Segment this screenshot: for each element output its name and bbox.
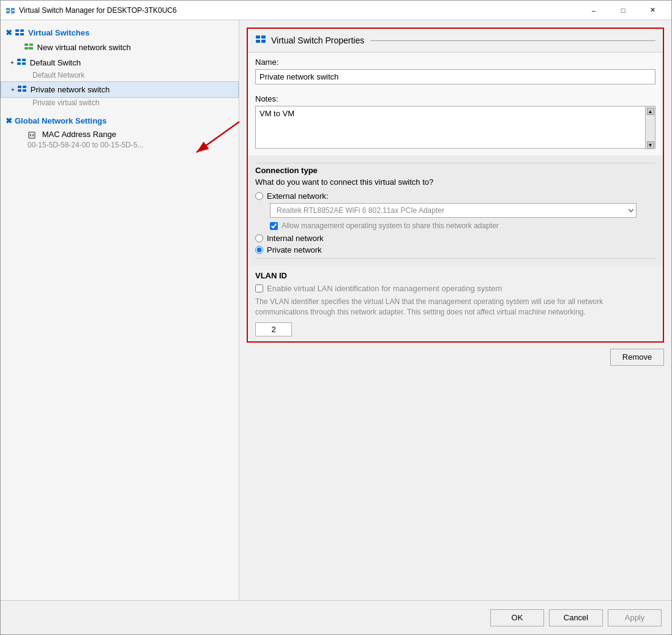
default-switch-sub: Default Network bbox=[1, 70, 239, 81]
main-content: ✖ Virtual Switches bbox=[1, 20, 671, 600]
global-network-settings-header[interactable]: ✖ Global Network Settings bbox=[1, 114, 239, 128]
svg-rect-8 bbox=[20, 29, 24, 32]
connection-type-section: Connection type What do you want to conn… bbox=[248, 155, 663, 266]
properties-title: Virtual Switch Properties bbox=[271, 35, 364, 45]
svg-text:+: + bbox=[28, 45, 31, 51]
management-os-label: Allow management operating system to sha… bbox=[282, 221, 499, 230]
apply-button[interactable]: Apply bbox=[608, 609, 662, 626]
management-os-checkbox[interactable] bbox=[270, 222, 278, 230]
virtual-switches-header[interactable]: ✖ Virtual Switches bbox=[1, 25, 239, 40]
close-button[interactable]: ✕ bbox=[638, 1, 666, 20]
svg-rect-31 bbox=[256, 40, 260, 43]
svg-rect-32 bbox=[261, 40, 266, 43]
window-title: Virtual Switch Manager for DESKTOP-3TK0U… bbox=[19, 6, 580, 15]
svg-rect-10 bbox=[20, 33, 24, 35]
main-window: Virtual Switch Manager for DESKTOP-3TK0U… bbox=[0, 0, 672, 635]
virtual-switches-icon bbox=[15, 28, 24, 37]
sidebar-item-label: Default Switch bbox=[30, 58, 81, 67]
mac-address-icon bbox=[28, 130, 39, 139]
sidebar-item-label: New virtual network switch bbox=[37, 43, 131, 52]
vlan-enable-label: Enable virtual LAN identification for ma… bbox=[267, 284, 502, 293]
expand-icon-private: + bbox=[11, 86, 15, 93]
maximize-button[interactable]: □ bbox=[609, 1, 637, 20]
remove-button[interactable]: Remove bbox=[610, 349, 664, 366]
ok-button[interactable]: OK bbox=[490, 609, 544, 626]
svg-point-5 bbox=[7, 10, 9, 11]
cancel-button[interactable]: Cancel bbox=[549, 609, 603, 626]
connection-type-question: What do you want to connect this virtual… bbox=[255, 177, 655, 187]
svg-rect-9 bbox=[15, 33, 19, 35]
notes-wrapper: ▲ ▼ bbox=[255, 106, 655, 150]
vlan-id-input[interactable] bbox=[255, 322, 292, 336]
svg-rect-21 bbox=[23, 86, 26, 88]
connection-type-title: Connection type bbox=[255, 166, 655, 175]
svg-rect-26 bbox=[29, 132, 35, 138]
header-divider bbox=[370, 40, 655, 41]
vlan-enable-row: Enable virtual LAN identification for ma… bbox=[255, 284, 655, 293]
external-network-label: External network: bbox=[267, 191, 328, 201]
sidebar-item-label: Private network switch bbox=[31, 85, 110, 94]
vlan-input-row bbox=[255, 322, 655, 336]
notes-section: Notes: ▲ ▼ bbox=[248, 89, 663, 155]
mac-address-value: 00-15-5D-58-24-00 to 00-15-5D-5... bbox=[1, 140, 239, 151]
virtual-switches-label: Virtual Switches bbox=[28, 28, 89, 37]
internal-network-radio[interactable] bbox=[255, 234, 263, 242]
svg-point-6 bbox=[12, 10, 13, 11]
svg-rect-17 bbox=[22, 59, 26, 61]
name-input[interactable] bbox=[255, 69, 655, 84]
management-os-row: Allow management operating system to sha… bbox=[270, 221, 655, 230]
private-network-row: Private network bbox=[255, 245, 655, 254]
vlan-title: VLAN ID bbox=[255, 271, 655, 280]
left-panel: ✖ Virtual Switches bbox=[1, 20, 239, 600]
default-switch-icon bbox=[17, 57, 26, 69]
sidebar-item-new-virtual[interactable]: + New virtual network switch bbox=[1, 40, 239, 55]
svg-rect-3 bbox=[11, 11, 15, 13]
window-controls: – □ ✕ bbox=[580, 1, 666, 20]
right-panel: Virtual Switch Properties Name: Notes: ▲ bbox=[239, 20, 671, 600]
svg-rect-2 bbox=[6, 11, 10, 13]
private-network-label: Private network bbox=[267, 245, 322, 254]
svg-rect-22 bbox=[18, 89, 21, 92]
new-virtual-icon: + bbox=[24, 42, 34, 53]
internal-network-label: Internal network bbox=[267, 234, 324, 243]
private-network-radio[interactable] bbox=[255, 246, 263, 254]
mac-address-label: MAC Address Range bbox=[42, 130, 116, 139]
vlan-section: VLAN ID Enable virtual LAN identificatio… bbox=[248, 266, 663, 341]
properties-box: Virtual Switch Properties Name: Notes: ▲ bbox=[247, 28, 664, 343]
sidebar-item-mac-address[interactable]: MAC Address Range bbox=[1, 128, 239, 140]
notes-scrollbar[interactable]: ▲ ▼ bbox=[645, 106, 655, 150]
scroll-down-arrow[interactable]: ▼ bbox=[647, 141, 654, 149]
svg-rect-28 bbox=[32, 134, 34, 136]
network-adapter-select[interactable]: Realtek RTL8852AE WiFi 6 802.11ax PCIe A… bbox=[270, 203, 637, 218]
sidebar-item-private-network-switch[interactable]: + Private network switch bbox=[1, 81, 239, 98]
global-network-settings-label: Global Network Settings bbox=[15, 116, 106, 125]
svg-rect-16 bbox=[17, 59, 21, 61]
notes-textarea[interactable] bbox=[255, 106, 655, 149]
svg-rect-20 bbox=[18, 86, 21, 88]
external-network-row: External network: bbox=[255, 191, 655, 201]
virtual-switches-collapse-icon: ✖ bbox=[6, 28, 12, 37]
section-divider-bottom bbox=[255, 258, 655, 259]
expand-spacer bbox=[18, 44, 21, 51]
vlan-description: The VLAN identifier specifies the virtua… bbox=[255, 297, 655, 318]
section-divider bbox=[255, 163, 655, 163]
svg-rect-29 bbox=[256, 35, 260, 39]
private-switch-sub: Private virtual switch bbox=[1, 98, 239, 109]
svg-rect-18 bbox=[17, 62, 21, 65]
remove-button-row: Remove bbox=[247, 349, 664, 366]
svg-rect-27 bbox=[30, 134, 31, 136]
internal-network-row: Internal network bbox=[255, 234, 655, 243]
expand-icon-default: + bbox=[10, 59, 14, 66]
notes-label: Notes: bbox=[255, 94, 655, 103]
svg-rect-30 bbox=[261, 35, 266, 39]
svg-rect-23 bbox=[23, 89, 26, 92]
title-bar: Virtual Switch Manager for DESKTOP-3TK0U… bbox=[1, 1, 671, 20]
sidebar-item-default-switch[interactable]: + Default Switch bbox=[1, 55, 239, 70]
private-switch-icon bbox=[17, 84, 27, 95]
name-section: Name: bbox=[248, 53, 663, 89]
scroll-up-arrow[interactable]: ▲ bbox=[647, 108, 654, 115]
vlan-enable-checkbox[interactable] bbox=[255, 284, 263, 292]
minimize-button[interactable]: – bbox=[580, 1, 608, 20]
external-network-radio[interactable] bbox=[255, 192, 263, 200]
window-icon bbox=[6, 6, 15, 15]
